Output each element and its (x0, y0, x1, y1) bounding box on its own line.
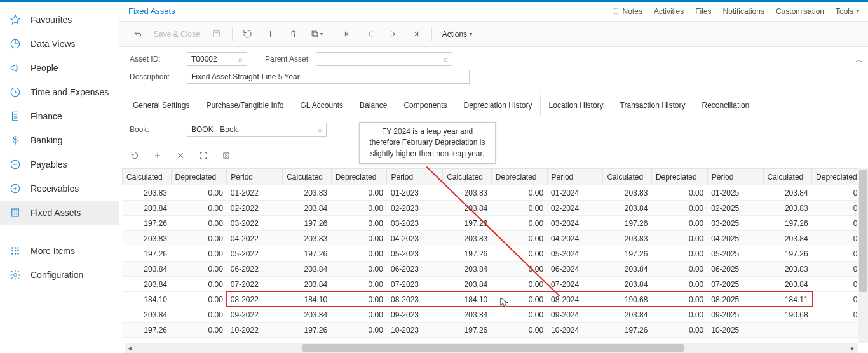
cell: 203.84 (603, 307, 652, 323)
vertical-scrollbar[interactable] (858, 168, 868, 343)
cell: 203.84 (283, 262, 332, 277)
cell: 0.00 (331, 201, 387, 216)
column-header[interactable]: Calculated (283, 169, 332, 185)
cell: 02-2023 (387, 201, 443, 216)
column-header[interactable]: Period (227, 169, 283, 185)
column-header[interactable]: Depreciated (491, 169, 547, 185)
search-icon[interactable]: ⌕ (238, 55, 243, 63)
column-header[interactable]: Calculated (443, 169, 492, 185)
parent-asset-field[interactable]: ⌕ (316, 52, 452, 66)
sidebar-item-label: More Items (31, 246, 75, 256)
column-header[interactable]: Depreciated (331, 169, 387, 185)
column-header[interactable]: Calculated (763, 169, 812, 185)
column-header[interactable]: Period (547, 169, 603, 185)
header-link-files[interactable]: Files (695, 7, 711, 16)
sidebar-item-finance[interactable]: Finance (0, 104, 119, 128)
refresh-icon[interactable] (127, 148, 142, 163)
cell: 10-2024 (547, 323, 603, 338)
add-icon[interactable] (261, 25, 281, 43)
next-icon[interactable] (383, 25, 403, 43)
tab-depreciation-history[interactable]: Depreciation History (456, 95, 541, 116)
header-link-tools[interactable]: Tools ▾ (836, 7, 859, 16)
tab-gl-accounts[interactable]: GL Accounts (292, 95, 351, 116)
delete-icon[interactable] (283, 25, 304, 43)
header-link-notes[interactable]: Notes (611, 7, 642, 16)
header-link-activities[interactable]: Activities (654, 7, 684, 16)
cell: 203.83 (283, 231, 332, 246)
sidebar-item-favourites[interactable]: Favourites (0, 8, 119, 32)
cell: 0.00 (651, 231, 707, 246)
table-row[interactable]: 197.260.0003-2022197.260.0003-2023197.26… (123, 216, 868, 231)
table-row[interactable]: 203.840.0007-2022203.840.0007-2023203.84… (123, 277, 868, 292)
sidebar-item-data-views[interactable]: Data Views (0, 32, 119, 56)
cell: 0.00 (651, 216, 707, 231)
back-icon[interactable] (127, 25, 147, 43)
sidebar-item-banking[interactable]: Banking (0, 128, 119, 152)
asset-id-field[interactable]: T00002⌕ (187, 52, 247, 66)
header-link-customisation[interactable]: Customisation (776, 7, 824, 16)
table-row[interactable]: 203.840.0006-2022203.840.0006-2023203.84… (123, 262, 868, 277)
tab-reconciliation[interactable]: Reconciliation (694, 95, 758, 116)
cell: 203.83 (443, 231, 492, 246)
collapse-chevron-icon[interactable]: ︿ (855, 55, 863, 65)
table-row[interactable]: 203.840.0002-2022203.840.0002-2023203.84… (123, 201, 868, 216)
cell: 05-2025 (707, 246, 763, 262)
sidebar-item-label: Banking (31, 135, 63, 145)
first-icon[interactable] (337, 25, 358, 43)
svg-rect-19 (312, 31, 316, 36)
tab-general-settings[interactable]: General Settings (125, 95, 198, 116)
sidebar-item-fixed-assets[interactable]: Fixed Assets (0, 201, 119, 225)
delete-row-icon[interactable] (173, 148, 188, 163)
prev-icon[interactable] (360, 25, 381, 43)
export-icon[interactable] (219, 148, 234, 163)
cell: 197.26 (283, 216, 332, 231)
header-link-notifications[interactable]: Notifications (723, 7, 764, 16)
cell: 197.26 (763, 246, 812, 262)
book-field[interactable]: BOOK - Book⌕ (187, 123, 327, 137)
search-icon[interactable]: ⌕ (318, 126, 322, 133)
save-close-button[interactable]: Save & Close (150, 30, 204, 39)
cell: 203.84 (283, 307, 332, 323)
last-icon[interactable] (406, 25, 426, 43)
tab-balance[interactable]: Balance (351, 95, 395, 116)
table-row[interactable]: 184.100.0008-2022184.100.0008-2023184.10… (123, 292, 868, 307)
description-field[interactable]: Fixed Asset Straight-Line 5 Year (187, 70, 470, 84)
sidebar-item-more-items[interactable]: More Items (0, 239, 119, 263)
table-row[interactable]: 203.840.0009-2022203.840.0009-2023203.84… (123, 307, 868, 323)
sidebar-item-label: Configuration (31, 270, 83, 280)
column-header[interactable]: Depreciated (171, 169, 227, 185)
sidebar-item-configuration[interactable]: Configuration (0, 263, 119, 287)
sidebar-item-receivables[interactable]: Receivables (0, 176, 119, 201)
svg-point-13 (15, 253, 16, 255)
add-row-icon[interactable] (150, 148, 165, 163)
sidebar-item-people[interactable]: People (0, 56, 119, 80)
cell: 203.84 (123, 262, 172, 277)
table-row[interactable]: 197.260.0010-2022197.260.0010-2023197.26… (123, 323, 868, 338)
cell: 0.00 (331, 185, 387, 201)
tab-transaction-history[interactable]: Transaction History (612, 95, 694, 116)
tab-components[interactable]: Components (395, 95, 455, 116)
column-header[interactable]: Period (387, 169, 443, 185)
breadcrumb[interactable]: Fixed Assets (128, 6, 175, 16)
sidebar-item-payables[interactable]: Payables (0, 152, 119, 176)
save-icon[interactable] (207, 25, 227, 43)
column-header[interactable]: Depreciated (651, 169, 707, 185)
undo-icon[interactable] (238, 25, 258, 43)
table-row[interactable]: 197.260.0005-2022197.260.0005-2023197.26… (123, 246, 868, 262)
search-icon[interactable]: ⌕ (444, 55, 448, 63)
cell: 09-2025 (707, 307, 763, 323)
sidebar-item-time-and-expenses[interactable]: Time and Expenses (0, 80, 119, 104)
tab-purchase-tangible-info[interactable]: Purchase/Tangible Info (198, 95, 292, 116)
table-row[interactable]: 203.830.0001-2022203.830.0001-2023203.83… (123, 185, 868, 201)
cell: 01-2022 (227, 185, 283, 201)
copy-icon[interactable]: ▾ (306, 25, 327, 43)
column-header[interactable]: Period (707, 169, 763, 185)
cell: 0.00 (331, 277, 387, 292)
actions-dropdown[interactable]: Actions▾ (437, 27, 477, 41)
column-header[interactable]: Calculated (123, 169, 172, 185)
horizontal-scrollbar[interactable]: ◄► (125, 343, 858, 353)
tab-location-history[interactable]: Location History (541, 95, 612, 116)
fit-icon[interactable] (196, 148, 211, 163)
column-header[interactable]: Calculated (603, 169, 652, 185)
cell: 203.84 (123, 307, 172, 323)
